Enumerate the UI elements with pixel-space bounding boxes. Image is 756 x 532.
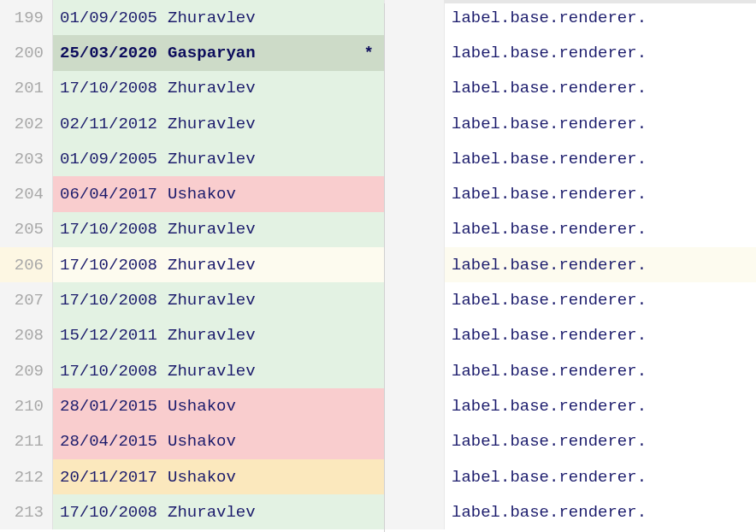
line-number[interactable]: 208 (0, 318, 53, 353)
code-text[interactable]: label.base.renderer. (445, 141, 756, 176)
commit-author: Ushakov (168, 432, 236, 451)
line-number[interactable]: 210 (0, 388, 53, 423)
annotate-row[interactable]: 21128/04/2015Ushakov (0, 424, 384, 459)
commit-date: 17/10/2008 (60, 256, 157, 275)
commit-author: Zhuravlev (168, 256, 256, 275)
code-row[interactable]: label.base.renderer. (385, 388, 756, 423)
annotate-row[interactable]: 20517/10/2008Zhuravlev (0, 212, 384, 247)
code-gutter (385, 176, 445, 211)
code-row[interactable]: label.base.renderer. (385, 212, 756, 247)
commit-author: Zhuravlev (168, 503, 256, 522)
annotation-cell[interactable]: 15/12/2011Zhuravlev (53, 318, 384, 353)
annotation-cell[interactable]: 17/10/2008Zhuravlev (53, 212, 384, 247)
line-number[interactable]: 209 (0, 353, 53, 388)
code-row[interactable]: label.base.renderer. (385, 318, 756, 353)
code-gutter (385, 247, 445, 282)
code-gutter (385, 353, 445, 388)
code-row[interactable]: label.base.renderer. (385, 106, 756, 141)
line-number[interactable]: 211 (0, 424, 53, 459)
annotate-row[interactable]: 21220/11/2017Ushakov (0, 459, 384, 494)
annotate-row[interactable]: 20025/03/2020Gasparyan* (0, 35, 384, 70)
line-number[interactable]: 204 (0, 176, 53, 211)
code-text[interactable]: label.base.renderer. (445, 71, 756, 106)
code-row[interactable]: label.base.renderer. (385, 494, 756, 529)
annotate-row[interactable]: 21028/01/2015Ushakov (0, 388, 384, 423)
commit-author: Zhuravlev (168, 150, 256, 168)
code-gutter (385, 424, 445, 459)
code-text[interactable]: label.base.renderer. (445, 212, 756, 247)
code-pane: label.base.renderer.label.base.renderer.… (385, 0, 756, 532)
annotate-row[interactable]: 20202/11/2012Zhuravlev (0, 106, 384, 141)
commit-date: 17/10/2008 (60, 291, 157, 310)
code-row[interactable]: label.base.renderer. (385, 247, 756, 282)
code-row[interactable]: label.base.renderer. (385, 353, 756, 388)
code-row[interactable]: label.base.renderer. (385, 141, 756, 176)
code-row[interactable]: label.base.renderer. (385, 71, 756, 106)
code-row[interactable]: label.base.renderer. (385, 35, 756, 70)
code-gutter (385, 0, 445, 35)
annotate-row[interactable]: 20717/10/2008Zhuravlev (0, 282, 384, 317)
code-row[interactable]: label.base.renderer. (385, 282, 756, 317)
annotate-row[interactable]: 21317/10/2008Zhuravlev (0, 494, 384, 529)
commit-date: 06/04/2017 (60, 185, 157, 204)
commit-author: Zhuravlev (168, 79, 256, 98)
code-text[interactable]: label.base.renderer. (445, 176, 756, 211)
line-number[interactable]: 203 (0, 141, 53, 176)
code-text[interactable]: label.base.renderer. (445, 459, 756, 494)
annotate-row[interactable]: 20617/10/2008Zhuravlev (0, 247, 384, 282)
code-text[interactable]: label.base.renderer. (445, 0, 756, 35)
line-number[interactable]: 199 (0, 0, 53, 35)
line-number[interactable]: 206 (0, 247, 53, 282)
line-number[interactable]: 205 (0, 212, 53, 247)
code-text[interactable]: label.base.renderer. (445, 35, 756, 70)
code-gutter (385, 212, 445, 247)
annotate-row[interactable]: 20815/12/2011Zhuravlev (0, 318, 384, 353)
annotation-cell[interactable]: 17/10/2008Zhuravlev (53, 494, 384, 529)
annotation-cell[interactable]: 28/04/2015Ushakov (53, 424, 384, 459)
commit-date: 25/03/2020 (60, 44, 157, 62)
annotate-row[interactable]: 20117/10/2008Zhuravlev (0, 71, 384, 106)
annotate-row[interactable]: 20917/10/2008Zhuravlev (0, 353, 384, 388)
annotation-cell[interactable]: 17/10/2008Zhuravlev (53, 247, 384, 282)
commit-date: 28/04/2015 (60, 432, 157, 451)
code-row[interactable]: label.base.renderer. (385, 459, 756, 494)
annotation-cell[interactable]: 06/04/2017Ushakov (53, 176, 384, 211)
annotation-cell[interactable]: 17/10/2008Zhuravlev (53, 71, 384, 106)
code-text[interactable]: label.base.renderer. (445, 388, 756, 423)
code-text[interactable]: label.base.renderer. (445, 247, 756, 282)
annotation-cell[interactable]: 25/03/2020Gasparyan* (53, 35, 384, 70)
line-number[interactable]: 207 (0, 282, 53, 317)
code-gutter (385, 494, 445, 529)
code-text[interactable]: label.base.renderer. (445, 353, 756, 388)
code-text[interactable]: label.base.renderer. (445, 106, 756, 141)
code-row[interactable]: label.base.renderer. (385, 0, 756, 35)
code-text[interactable]: label.base.renderer. (445, 494, 756, 529)
annotate-row[interactable]: 20301/09/2005Zhuravlev (0, 141, 384, 176)
commit-date: 01/09/2005 (60, 150, 157, 168)
code-text[interactable]: label.base.renderer. (445, 282, 756, 317)
commit-date: 17/10/2008 (60, 362, 157, 381)
annotate-row[interactable]: 20406/04/2017Ushakov (0, 176, 384, 211)
annotation-cell[interactable]: 01/09/2005Zhuravlev (53, 141, 384, 176)
annotation-cell[interactable]: 17/10/2008Zhuravlev (53, 282, 384, 317)
annotation-cell[interactable]: 17/10/2008Zhuravlev (53, 353, 384, 388)
line-number[interactable]: 202 (0, 106, 53, 141)
annotation-cell[interactable]: 20/11/2017Ushakov (53, 459, 384, 494)
line-number[interactable]: 200 (0, 35, 53, 70)
code-row[interactable]: label.base.renderer. (385, 176, 756, 211)
annotate-row[interactable]: 19901/09/2005Zhuravlev (0, 0, 384, 35)
code-text[interactable]: label.base.renderer. (445, 424, 756, 459)
code-text[interactable]: label.base.renderer. (445, 318, 756, 353)
code-gutter (385, 35, 445, 70)
line-number[interactable]: 213 (0, 494, 53, 529)
commit-author: Zhuravlev (168, 115, 256, 133)
annotation-cell[interactable]: 01/09/2005Zhuravlev (53, 0, 384, 35)
annotation-cell[interactable]: 02/11/2012Zhuravlev (53, 106, 384, 141)
commit-author: Gasparyan (168, 44, 256, 62)
annotation-cell[interactable]: 28/01/2015Ushakov (53, 388, 384, 423)
commit-author: Zhuravlev (168, 326, 256, 345)
commit-date: 20/11/2017 (60, 468, 157, 487)
line-number[interactable]: 201 (0, 71, 53, 106)
line-number[interactable]: 212 (0, 459, 53, 494)
code-row[interactable]: label.base.renderer. (385, 424, 756, 459)
